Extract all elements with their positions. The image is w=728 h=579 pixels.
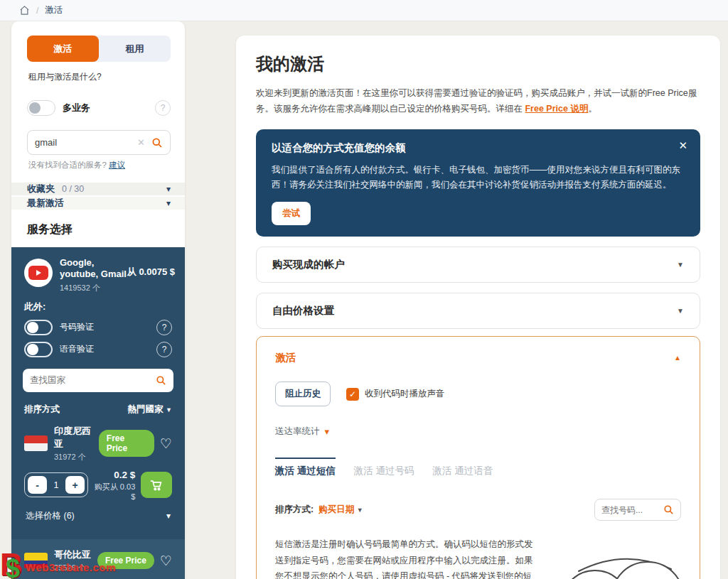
select-price-collapse[interactable]: 选择价格 (6) ▾: [24, 510, 172, 531]
activation-sort-value: 购买日期: [318, 504, 354, 514]
close-icon[interactable]: ✕: [678, 139, 687, 152]
quantity-stepper: - 1 +: [24, 472, 88, 497]
country-buy-from: 购买从 0.03 $: [88, 482, 135, 501]
besides-label: 此外:: [24, 301, 175, 313]
number-verify-label: 号码验证: [60, 321, 94, 333]
number-search: [594, 499, 681, 521]
number-verify-toggle[interactable]: [24, 320, 53, 335]
chevron-down-icon: ▾: [166, 511, 171, 521]
accordion-free-price[interactable]: 自由价格设置 ▼: [256, 293, 700, 329]
search-icon[interactable]: [156, 375, 166, 386]
indonesia-flag-icon: [24, 435, 48, 451]
country-search: [23, 369, 173, 392]
service-name: Google, youtube, Gmail: [60, 257, 127, 281]
country-name: 印度尼西亚: [54, 425, 99, 450]
accordion-label: 购买现成的帐户: [272, 258, 345, 271]
banner-title: 以适合您的方式充值您的余额: [272, 141, 685, 155]
sidebar: 激活 租用 租用与激活是什么? 多业务 ? ✕ 没有找到合适的服务? 建议 收藏…: [11, 21, 185, 579]
triangle-down-icon: ▼: [677, 307, 684, 315]
question-icon[interactable]: ?: [156, 320, 172, 335]
country-sort-select[interactable]: 熱門國家 ▼: [128, 404, 172, 416]
activation-title: 激活: [275, 351, 296, 364]
checkbox-checked-icon[interactable]: ✓: [346, 388, 359, 401]
heart-icon[interactable]: ♡: [160, 554, 172, 568]
clear-icon[interactable]: ✕: [137, 137, 145, 148]
free-price-link[interactable]: Free Price 说明: [525, 104, 588, 114]
service-search-input[interactable]: [35, 137, 137, 148]
try-button[interactable]: 尝试: [272, 202, 311, 225]
intro-paragraph: 欢迎来到更新的激活页面！在这里你可以获得需要通过验证的验证码，购买成品账户，并试…: [256, 86, 700, 117]
minus-button[interactable]: -: [28, 476, 47, 494]
page-title: 我的激活: [256, 53, 700, 75]
mode-tabs: 激活 租用: [27, 36, 171, 62]
chevron-down-icon: ▾: [325, 426, 330, 437]
delivery-stats-collapse[interactable]: 送达率统计 ▾: [275, 426, 681, 438]
accordion-activation-open: 激活 ▲ 阻止历史 ✓ 收到代码时播放声音 送达率统计 ▾ 激活 通过短信 激活…: [256, 336, 700, 579]
home-icon[interactable]: [19, 5, 30, 16]
service-search: ✕: [27, 130, 171, 155]
not-found-text: 没有找到合适的服务?: [28, 161, 107, 169]
heart-icon[interactable]: ♡: [160, 437, 172, 450]
chevron-down-icon: ▾: [166, 198, 171, 208]
quantity-value: 1: [47, 480, 65, 490]
voice-verify-toggle[interactable]: [24, 342, 53, 357]
tab-rent[interactable]: 租用: [99, 36, 171, 62]
country-price: 0.2 $: [88, 470, 135, 480]
sound-checkbox-wrap[interactable]: ✓ 收到代码时播放声音: [346, 388, 445, 401]
banner-body: 我们提供了适合所有人的付款方式。银行卡、电子钱包、加密货币——使用对您来说方便且…: [272, 163, 685, 193]
breadcrumb-activation[interactable]: 激活: [45, 4, 63, 16]
search-icon[interactable]: [663, 504, 674, 515]
service-quantity: 1419532 个: [60, 283, 127, 293]
activation-sort-label: 排序方式:: [275, 504, 314, 516]
watermark-logo: B $: [0, 551, 24, 578]
triangle-up-icon[interactable]: ▲: [674, 354, 681, 362]
country-search-input[interactable]: [30, 375, 156, 385]
block-history-button[interactable]: 阻止历史: [275, 382, 331, 406]
number-search-input[interactable]: [601, 505, 663, 515]
service-price-from: 从 0.0075 $: [127, 257, 175, 278]
mascot-illustration: [540, 536, 728, 579]
sound-checkbox-label: 收到代码时播放声音: [365, 388, 445, 400]
delivery-stats-label: 送达率统计: [275, 426, 320, 438]
multi-service-toggle[interactable]: [27, 100, 55, 116]
voice-verify-label: 语音验证: [60, 343, 94, 355]
watermark: B $ Web3rebate.com: [0, 551, 116, 578]
triangle-down-icon: ▼: [677, 261, 684, 269]
free-price-badge[interactable]: Free Price: [99, 430, 154, 457]
watermark-logo-s: $: [6, 558, 20, 579]
buy-cart-button[interactable]: [141, 472, 172, 498]
sms-description: 短信激活是注册时确认号码最简单的方式。确认码以短信的形式发送到指定号码，您需要在…: [275, 536, 540, 579]
country-sort-label: 排序方式: [24, 404, 60, 416]
favorites-count: 0 / 30: [62, 184, 84, 194]
latest-activations-label: 最新激活: [27, 197, 64, 210]
latest-activations-collapse[interactable]: 最新激活 ▾: [11, 197, 185, 210]
country-quantity: 31972 个: [54, 452, 99, 462]
what-is-rent-link[interactable]: 租用与激活是什么?: [28, 71, 169, 83]
service-select-title: 服务选择: [11, 210, 185, 247]
chevron-down-icon: ▾: [166, 184, 171, 194]
service-not-found: 没有找到合适的服务? 建议: [28, 160, 169, 171]
question-icon[interactable]: ?: [155, 100, 171, 116]
accordion-label: 自由价格设置: [272, 304, 334, 318]
question-icon[interactable]: ?: [156, 342, 172, 357]
country-sort-value: 熱門國家: [128, 404, 164, 414]
tab-voice[interactable]: 激活 通过语音: [433, 458, 493, 477]
plus-button[interactable]: +: [65, 476, 85, 494]
selected-service[interactable]: Google, youtube, Gmail 1419532 个 从 0.007…: [21, 257, 175, 293]
activation-sort-select[interactable]: 购买日期 ▼: [318, 504, 363, 516]
watermark-text: Web3rebate.com: [26, 561, 116, 573]
suggest-link[interactable]: 建议: [109, 161, 125, 169]
search-icon[interactable]: [151, 137, 163, 148]
intro-text: 欢迎来到更新的激活页面！在这里你可以获得需要通过验证的验证码，购买成品账户，并试…: [256, 88, 697, 114]
main-content: 我的激活 欢迎来到更新的激活页面！在这里你可以获得需要通过验证的验证码，购买成品…: [236, 36, 720, 579]
favorites-label: 收藏夹: [27, 183, 55, 195]
select-price-label: 选择价格 (6): [26, 510, 75, 522]
tab-sms[interactable]: 激活 通过短信: [275, 458, 336, 477]
favorites-collapse[interactable]: 收藏夹 0 / 30 ▾: [11, 183, 185, 195]
accordion-ready-accounts[interactable]: 购买现成的帐户 ▼: [256, 247, 700, 283]
tab-activation[interactable]: 激活: [27, 36, 99, 62]
youtube-icon: [24, 259, 53, 287]
triangle-down-icon: ▼: [166, 406, 172, 413]
country-row-indonesia: 印度尼西亚 31972 个 Free Price ♡ - 1 + 0.2 $ 购…: [21, 416, 175, 532]
tab-number[interactable]: 激活 通过号码: [354, 458, 414, 477]
